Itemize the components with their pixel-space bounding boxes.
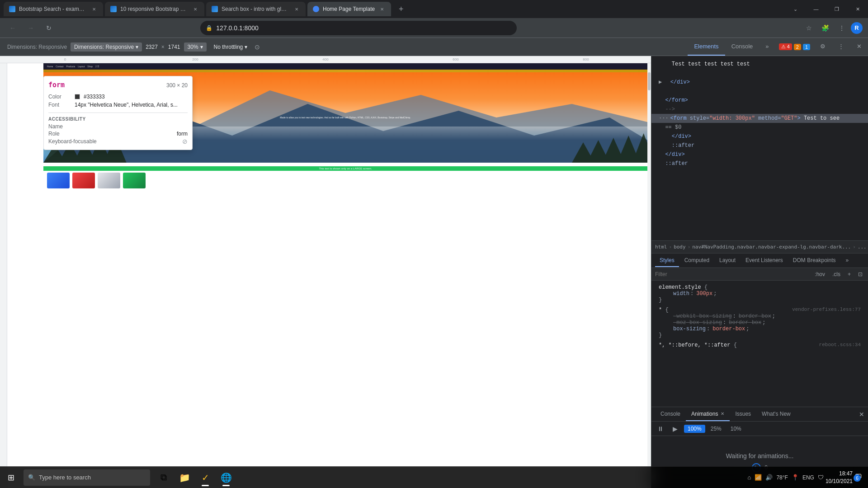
devtools-close-button[interactable]: ✕ (850, 38, 868, 56)
taskbar-task-view[interactable]: ⧉ (154, 468, 174, 488)
bottom-panel-close-button[interactable]: ✕ (859, 411, 864, 418)
window-minimize-button[interactable]: — (806, 0, 826, 18)
style-tab-layout[interactable]: Layout (715, 254, 740, 267)
breadcrumb-nav[interactable]: nav#NavPadding.navbar.navbar-expand-lg.n… (692, 244, 851, 250)
scrollbar-thumb[interactable] (648, 72, 651, 90)
tab-favicon-2 (110, 6, 117, 12)
animations-tab-close[interactable]: ✕ (721, 411, 724, 416)
css-rule-element-style: element.style { width : 300px ; } (651, 282, 868, 305)
devtools-more-tabs[interactable]: » (759, 38, 775, 56)
chevron-down-icon: ▾ (136, 44, 138, 50)
viewport-scrollbar[interactable] (647, 63, 651, 488)
breadcrumb-body[interactable]: body (674, 244, 686, 250)
dimensions-selector[interactable]: Dimensions: Responsive ▾ (71, 42, 142, 52)
page-nav-menu: 2 ☰ (95, 65, 99, 68)
devtools-tab-console[interactable]: Console (725, 38, 760, 56)
tab-close-3[interactable]: ✕ (293, 5, 300, 13)
devtools-settings-button[interactable]: ⚙ (814, 38, 832, 56)
responsive-controls: Dimensions: Responsive Dimensions: Respo… (0, 38, 267, 56)
style-tab-styles[interactable]: Styles (655, 254, 679, 267)
tab-4[interactable]: Home Page Template ✕ (307, 2, 391, 16)
page-frame-wrapper: Home Contact Products Layout Shop 2 ☰ (7, 63, 647, 488)
device-settings-icon[interactable]: ⊙ (255, 43, 260, 51)
tab-3[interactable]: Search box - intro with glass car... ✕ (206, 2, 306, 16)
tab-1[interactable]: Bootstrap Search - examples &... ✕ (4, 2, 103, 16)
code-line-12: ::after (651, 159, 868, 168)
speed-10-button[interactable]: 10% (727, 425, 745, 433)
volume-icon[interactable]: 🔊 (765, 474, 773, 481)
antivirus-icon[interactable]: 🛡 (818, 474, 824, 481)
speed-25-button[interactable]: 25% (707, 425, 725, 433)
css-pseudo-header: *, *::before, *::after { reboot.scss:34 (659, 342, 861, 348)
filter-input[interactable] (655, 271, 809, 277)
speed-100-button[interactable]: 100% (684, 425, 705, 433)
tab-close-1[interactable]: ✕ (90, 5, 98, 13)
page-nav-products: Products (66, 65, 75, 68)
code-area[interactable]: Test test test test test ▶ </div> </form… (651, 56, 868, 240)
reload-button[interactable]: ↻ (42, 21, 56, 35)
language-label: ENG (802, 474, 814, 481)
user-avatar[interactable]: R (851, 22, 863, 34)
battery-icon[interactable]: ⌂ (748, 474, 751, 481)
tooltip-font-row: Font 14px "Helvetica Neue", Helvetica, A… (48, 101, 188, 109)
bookmark-icon[interactable]: ☆ (802, 21, 816, 35)
window-dropdown-button[interactable]: ⌄ (785, 0, 806, 18)
address-bar[interactable]: 🔒 127.0.0.1:8000 (200, 21, 517, 35)
devtools-tab-elements[interactable]: Elements (688, 38, 725, 56)
code-line-9: </div> (651, 132, 868, 141)
bottom-tab-console[interactable]: Console (655, 407, 686, 421)
throttle-selector[interactable]: No throttling ▾ (210, 42, 251, 52)
styles-area: Styles Computed Layout Event Listeners D… (651, 253, 868, 407)
browser-menu-icon[interactable]: ⋮ (835, 21, 849, 35)
taskbar-file-explorer[interactable]: 📁 (175, 468, 194, 488)
style-tab-more[interactable]: » (841, 254, 854, 267)
page-thumb-2 (72, 173, 95, 188)
add-style-button[interactable]: + (846, 270, 853, 278)
tooltip-keyboard-row: Keyboard-focusable ⊘ (48, 138, 188, 145)
zoom-selector[interactable]: 30% ▾ (184, 42, 207, 52)
cls-filter-button[interactable]: .cls (830, 270, 842, 278)
network-icon[interactable]: 📶 (755, 474, 762, 481)
bottom-tab-animations[interactable]: Animations ✕ (686, 407, 730, 421)
tooltip-divider (48, 113, 188, 113)
style-tab-event-listeners[interactable]: Event Listeners (741, 254, 788, 267)
style-tab-dom-breakpoints[interactable]: DOM Breakpoints (788, 254, 840, 267)
toggle-style-icon[interactable]: ⊡ (856, 270, 864, 278)
tab-2[interactable]: 10 responsive Bootstrap Search... ✕ (105, 2, 204, 16)
chrome-icon: 🌐 (221, 472, 232, 483)
taskbar-search[interactable]: 🔍 Type here to search (24, 469, 150, 486)
taskbar-todo[interactable]: ✓ (195, 468, 215, 488)
window-maximize-button[interactable]: ❐ (826, 0, 847, 18)
tab-title-2: 10 responsive Bootstrap Search... (120, 6, 188, 12)
hov-filter-button[interactable]: :hov (813, 270, 827, 278)
devtools-more-options-button[interactable]: ⋮ (832, 38, 850, 56)
animation-record-button[interactable]: ⏸ (655, 423, 666, 434)
taskbar-chrome[interactable]: 🌐 (216, 468, 236, 488)
bottom-tab-whatsnew[interactable]: What's New (756, 407, 796, 421)
breadcrumb-ellipsis[interactable]: ... (858, 244, 867, 250)
tooltip-name-row: Name (48, 123, 188, 130)
collapse-div-icon[interactable]: ▶ (659, 78, 662, 86)
tab-close-2[interactable]: ✕ (192, 5, 199, 13)
notification-area[interactable]: 🗨 6 (854, 473, 863, 482)
styles-content[interactable]: element.style { width : 300px ; } (651, 281, 868, 407)
url-text: 127.0.0.1:8000 (216, 24, 511, 32)
start-button[interactable]: ⊞ (0, 467, 22, 488)
new-tab-button[interactable]: + (395, 3, 407, 15)
bottom-tab-issues[interactable]: Issues (730, 407, 756, 421)
info-count: 1 (805, 44, 808, 50)
horizontal-ruler: 0 200 400 600 800 (0, 56, 651, 63)
tooltip-color-swatch (75, 94, 80, 99)
tab-close-4[interactable]: ✕ (378, 5, 386, 13)
animation-play-button[interactable]: ▶ (670, 423, 680, 434)
tab-title-1: Bootstrap Search - examples &... (19, 6, 87, 12)
breadcrumb-html[interactable]: html (655, 244, 667, 250)
error-badge: ⚠ 4 (779, 43, 792, 50)
tooltip-color-row: Color #333333 (48, 93, 188, 101)
system-clock[interactable]: 18:47 10/10/2021 (826, 470, 853, 485)
forward-button[interactable]: → (24, 21, 38, 35)
extensions-icon[interactable]: 🧩 (818, 21, 833, 35)
style-tab-computed[interactable]: Computed (680, 254, 714, 267)
back-button[interactable]: ← (5, 21, 20, 35)
window-close-button[interactable]: ✕ (847, 0, 868, 18)
